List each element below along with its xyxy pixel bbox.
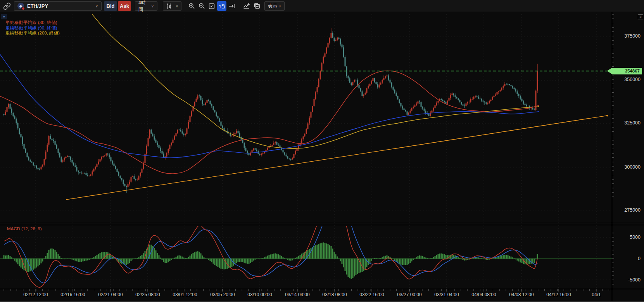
zoom-in-icon [188, 3, 195, 9]
svg-text:03/14 04:00: 03/14 04:00 [285, 292, 310, 297]
price-badge-arrow [607, 68, 612, 74]
legend-sma200[interactable]: 単純移動平均線 (200, 終値) [5, 31, 60, 36]
svg-text:04/04 08:00: 04/04 08:00 [471, 292, 496, 297]
fit-screen-icon [209, 3, 215, 9]
scroll-to-latest-button[interactable] [227, 1, 237, 11]
svg-text:03/05 20:00: 03/05 20:00 [210, 292, 235, 297]
svg-text:02/25 08:00: 02/25 08:00 [135, 292, 160, 297]
svg-text:03/22 16:00: 03/22 16:00 [359, 292, 384, 297]
svg-text:02/16 16:00: 02/16 16:00 [60, 292, 85, 297]
svg-text:5000: 5000 [630, 235, 641, 240]
svg-text:04/08 12:00: 04/08 12:00 [509, 292, 534, 297]
svg-text:0: 0 [638, 256, 641, 261]
display-label: 表示 [268, 3, 277, 9]
double-chevron-down-icon: » [278, 5, 282, 7]
trading-app: 37500035000032500030000027500050000-5000… [0, 0, 644, 302]
collapse-right-axis-button[interactable]: « [638, 14, 643, 19]
zoom-out-button[interactable] [197, 1, 206, 11]
y-axis-lock-button[interactable]: Y [217, 1, 226, 11]
chart-type-selector[interactable]: ∨ [163, 1, 181, 11]
chevron-down-icon: ∨ [176, 4, 178, 8]
y-lock-icon: Y [218, 3, 225, 9]
candlestick-icon [166, 3, 172, 9]
svg-text:04/12 16:00: 04/12 16:00 [546, 292, 571, 297]
current-price-value: 354867 [625, 69, 640, 73]
svg-text:275000: 275000 [624, 207, 641, 213]
chevron-down-icon: ∨ [95, 4, 98, 8]
bid-button[interactable]: Bid [104, 1, 117, 11]
svg-text:03/01 12:00: 03/01 12:00 [173, 292, 197, 297]
timeframe-label: 4時間 [138, 0, 149, 13]
svg-text:02/21 04:00: 02/21 04:00 [98, 292, 123, 297]
timeframe-selector[interactable]: 4時間 ∨ [135, 1, 157, 11]
zoom-in-button[interactable] [187, 1, 196, 11]
svg-text:350000: 350000 [624, 77, 641, 82]
symbol-label: ETH/JPY [27, 3, 93, 9]
add-indicator-button[interactable] [242, 1, 251, 11]
legend-sma30[interactable]: 単純移動平均線 (30, 終値) [5, 20, 60, 26]
indicator-plus-icon [243, 3, 250, 9]
link-icon[interactable] [3, 2, 12, 10]
eth-coin-icon: ◆ [17, 3, 24, 9]
svg-text:Y: Y [219, 4, 222, 9]
compare-chart-button[interactable] [252, 1, 261, 11]
fit-chart-button[interactable] [207, 1, 216, 11]
chevron-down-icon: ∨ [151, 4, 154, 8]
ask-button[interactable]: Ask [118, 1, 131, 11]
current-price-badge: 354867 [612, 68, 642, 74]
svg-text:03/10 00:00: 03/10 00:00 [247, 292, 272, 297]
svg-text:-5000: -5000 [628, 277, 641, 283]
svg-text:325000: 325000 [624, 120, 641, 126]
collapse-left-panel-button[interactable]: » [1, 14, 7, 19]
legend-sma90[interactable]: 単純移動平均線 (90, 終値) [5, 26, 60, 31]
indicator-legend: 単純移動平均線 (30, 終値) 単純移動平均線 (90, 終値) 単純移動平均… [5, 20, 60, 36]
svg-text:02/12 12:00: 02/12 12:00 [23, 292, 48, 297]
chart-canvas[interactable]: 37500035000032500030000027500050000-5000… [0, 0, 644, 302]
symbol-selector[interactable]: ◆ ETH/JPY ∨ [14, 1, 102, 11]
zoom-out-icon [199, 3, 205, 9]
svg-text:375000: 375000 [624, 33, 641, 39]
svg-text:03/27 00:00: 03/27 00:00 [397, 292, 422, 297]
display-menu-button[interactable]: 表示 » [264, 1, 285, 11]
chart-windows-icon [253, 3, 260, 9]
svg-text:03/18 08:00: 03/18 08:00 [322, 292, 347, 297]
toolbar: ◆ ETH/JPY ∨ Bid Ask 4時間 ∨ ∨ [0, 0, 644, 12]
svg-text:300000: 300000 [624, 164, 641, 170]
legend-macd[interactable]: MACD (12, 26, 9) [7, 226, 41, 231]
arrow-to-end-icon [229, 3, 235, 9]
svg-text:03/31 04:00: 03/31 04:00 [434, 292, 459, 297]
svg-text:04/1: 04/1 [592, 292, 601, 297]
